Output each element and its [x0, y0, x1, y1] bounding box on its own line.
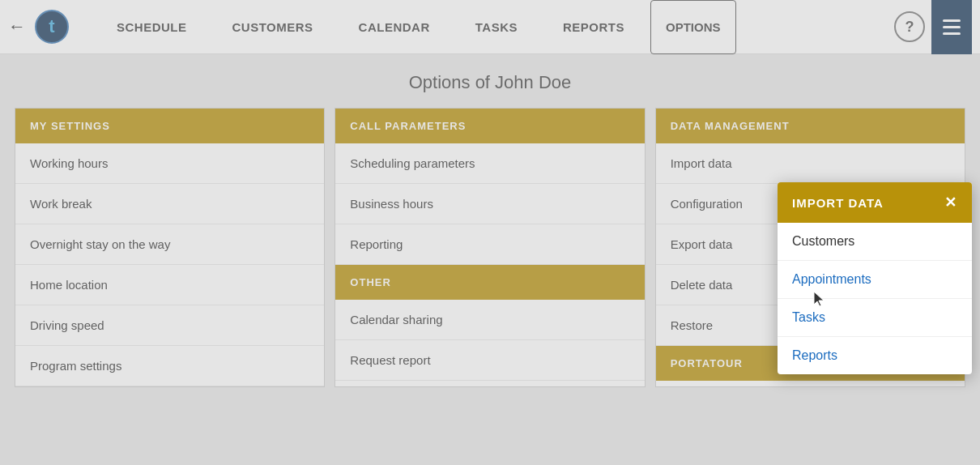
import-popup-close-button[interactable]: ✕	[944, 194, 957, 211]
import-appointments-item[interactable]: Appointments	[778, 261, 972, 299]
import-popup-header: IMPORT DATA ✕	[778, 182, 972, 223]
import-tasks-item[interactable]: Tasks	[778, 299, 972, 337]
import-reports-item[interactable]: Reports	[778, 337, 972, 374]
import-data-popup: IMPORT DATA ✕ Customers Appointments Tas…	[778, 182, 972, 374]
import-popup-title: IMPORT DATA	[792, 196, 884, 210]
import-customers-item[interactable]: Customers	[778, 223, 972, 261]
